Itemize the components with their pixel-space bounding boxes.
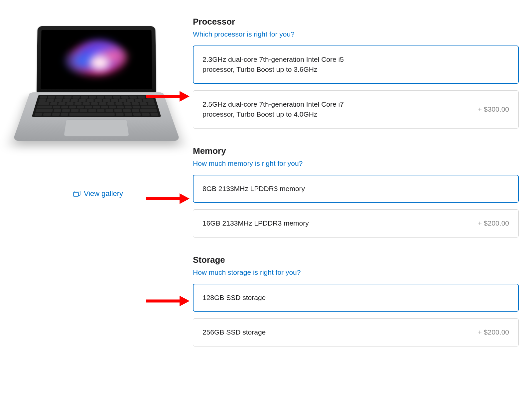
section-storage: Storage How much storage is right for yo…: [193, 255, 519, 346]
memory-option-2[interactable]: 16GB 2133MHz LPDDR3 memory + $200.00: [193, 209, 519, 237]
gallery-icon: [73, 191, 80, 197]
processor-help-link[interactable]: Which processor is right for you?: [193, 30, 295, 38]
section-memory: Memory How much memory is right for you?…: [193, 146, 519, 238]
section-processor: Processor Which processor is right for y…: [193, 17, 519, 129]
option-label: 2.3GHz dual-core 7th-generation Intel Co…: [202, 54, 369, 75]
memory-option-1[interactable]: 8GB 2133MHz LPDDR3 memory: [193, 175, 519, 203]
section-title-storage: Storage: [193, 255, 519, 265]
processor-option-1[interactable]: 2.3GHz dual-core 7th-generation Intel Co…: [193, 46, 519, 84]
svg-marker-2: [180, 91, 190, 102]
option-label: 16GB 2133MHz LPDDR3 memory: [202, 218, 309, 228]
view-gallery-link[interactable]: View gallery: [23, 189, 173, 198]
option-label: 8GB 2133MHz LPDDR3 memory: [202, 184, 305, 194]
processor-option-2[interactable]: 2.5GHz dual-core 7th-generation Intel Co…: [193, 90, 519, 129]
view-gallery-label: View gallery: [84, 189, 123, 198]
svg-rect-0: [73, 192, 78, 196]
product-image: [23, 20, 170, 159]
section-title-processor: Processor: [193, 17, 519, 27]
storage-option-1[interactable]: 128GB SSD storage: [193, 284, 519, 312]
option-label: 256GB SSD storage: [202, 327, 266, 337]
option-label: 128GB SSD storage: [202, 293, 266, 303]
storage-help-link[interactable]: How much storage is right for you?: [193, 268, 301, 276]
option-price: + $300.00: [478, 105, 509, 113]
option-label: 2.5GHz dual-core 7th-generation Intel Co…: [202, 99, 369, 120]
option-price: + $200.00: [478, 219, 509, 227]
svg-marker-6: [180, 296, 190, 306]
option-price: + $200.00: [478, 328, 509, 336]
storage-option-2[interactable]: 256GB SSD storage + $200.00: [193, 318, 519, 346]
svg-marker-4: [180, 193, 190, 204]
section-title-memory: Memory: [193, 146, 519, 156]
memory-help-link[interactable]: How much memory is right for you?: [193, 159, 303, 167]
